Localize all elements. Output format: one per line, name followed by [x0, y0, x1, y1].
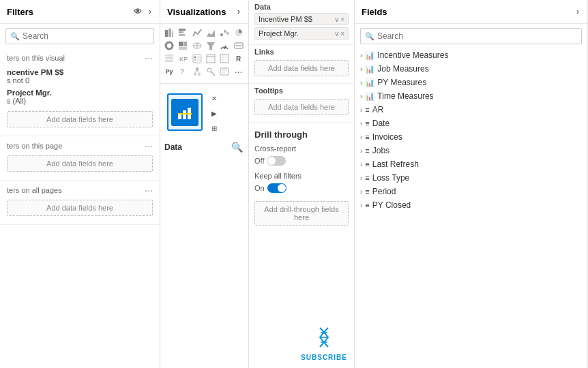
field-item-date[interactable]: › ≡ Date [355, 117, 587, 130]
build-tooltips-section: Tooltips Add data fields here [249, 84, 354, 123]
field-pill-incentive-text: Incentive PM $$ [259, 15, 334, 23]
field-pill-project-text: Project Mgr. [259, 29, 334, 37]
keep-filters-toggle[interactable]: On [254, 182, 349, 197]
fields-panel: Fields › 🔍 › 📊 Incentive Measures › 📊 Jo… [355, 0, 588, 368]
viz-icon-treemap[interactable] [177, 40, 189, 52]
viz-icon-py[interactable]: Py [163, 65, 175, 78]
section-dots-icon[interactable]: ··· [145, 52, 153, 63]
viz-icon-qna[interactable]: ? [177, 65, 189, 78]
chevron-icon2: › [360, 65, 362, 73]
tooltips-add-fields[interactable]: Add data fields here [254, 99, 349, 115]
cross-report-track[interactable] [267, 156, 286, 166]
viz-selected-area[interactable] [167, 93, 203, 131]
add-fields-all-pages[interactable]: Add data fields here [7, 200, 153, 216]
field-item-jobs[interactable]: › ≡ Jobs [355, 144, 587, 157]
drill-through-section: Drill through Cross-report Off Keep all … [249, 123, 354, 232]
viz-icon-key-influencers[interactable] [205, 65, 217, 78]
svg-text:KPI: KPI [179, 56, 188, 63]
viz-side-crosshair[interactable]: ✕ [208, 92, 220, 104]
viz-icon-r[interactable]: R [233, 52, 245, 65]
field-item-period[interactable]: › ≡ Period [355, 185, 587, 198]
filters-header: Filters 👁 › [0, 0, 160, 24]
table-icon-ar: ≡ [365, 106, 369, 114]
filter2-value: s (All) [7, 97, 153, 105]
svg-point-8 [224, 30, 226, 33]
viz-icon-more[interactable]: ··· [233, 65, 245, 78]
page-dots-icon[interactable]: ··· [145, 140, 153, 151]
viz-expand-icon[interactable]: › [236, 5, 241, 18]
viz-icon-area[interactable] [205, 27, 217, 39]
field-label-py: PY Measures [377, 78, 426, 87]
close-icon2[interactable]: × [340, 30, 344, 37]
svg-point-29 [194, 59, 196, 61]
viz-icon-pie[interactable] [233, 27, 245, 39]
all-pages-dots-icon[interactable]: ··· [145, 185, 153, 196]
field-item-time-measures[interactable]: › 📊 Time Measures [355, 89, 587, 103]
viz-side-video[interactable]: ▶ [208, 107, 220, 119]
field-item-incentive-measures[interactable]: › 📊 Incentive Measures [355, 48, 587, 62]
viz-icon-scatter[interactable] [218, 27, 231, 39]
viz-icon-bar[interactable] [177, 27, 189, 39]
filter-item-2[interactable]: Project Mgr. s (All) [7, 87, 153, 107]
field-item-loss-type[interactable]: › ≡ Loss Type [355, 171, 587, 185]
svg-point-27 [194, 57, 196, 59]
viz-icon-smart-narrative[interactable] [218, 65, 231, 78]
viz-icon-card[interactable] [233, 40, 245, 52]
viz-icon-stacked-bar[interactable] [163, 27, 175, 39]
viz-side-grid[interactable]: ⊞ [208, 122, 220, 134]
expand-icon[interactable]: › [147, 5, 153, 18]
viz-icon-table[interactable] [205, 52, 217, 65]
viz-icon-kpi[interactable]: KPI [177, 52, 189, 65]
viz-icon-gauge[interactable] [218, 40, 231, 52]
cross-report-label: Cross-report [254, 144, 296, 153]
filters-search-box: 🔍 [5, 28, 154, 44]
svg-rect-23 [165, 57, 173, 59]
fields-search-input[interactable] [377, 31, 577, 41]
svg-rect-35 [220, 55, 229, 63]
field-pill-incentive[interactable]: Incentive PM $$ ∨ × [254, 13, 349, 25]
field-pill-project[interactable]: Project Mgr. ∨ × [254, 27, 349, 40]
viz-divider [160, 83, 248, 84]
links-add-fields[interactable]: Add data fields here [254, 60, 349, 76]
field-item-job-measures[interactable]: › 📊 Job Measures [355, 62, 587, 76]
svg-rect-51 [183, 110, 186, 119]
viz-icon-line[interactable] [191, 27, 203, 39]
visualizations-panel: Visualizations › [160, 0, 249, 368]
field-pill-incentive-icons: ∨ × [334, 16, 344, 23]
table-icon-job: 📊 [365, 65, 374, 74]
svg-point-11 [166, 42, 173, 49]
viz-icon-multi-row[interactable] [163, 52, 175, 65]
svg-line-19 [224, 46, 226, 49]
add-fields-visual[interactable]: Add data fields here [7, 111, 153, 127]
eye-icon[interactable]: 👁 [132, 5, 143, 18]
svg-rect-50 [178, 114, 181, 119]
filter-item-1[interactable]: ncentive PM $$ s not 0 [7, 66, 153, 87]
fields-expand-icon[interactable]: › [575, 5, 580, 18]
svg-rect-14 [179, 47, 187, 50]
svg-point-7 [220, 33, 223, 36]
svg-line-46 [211, 72, 215, 76]
viz-icon-matrix[interactable] [218, 52, 231, 65]
field-item-py-closed[interactable]: › ≡ PY Closed [355, 198, 587, 212]
cross-report-toggle[interactable]: Off [254, 155, 349, 170]
viz-icon-slicer[interactable] [191, 52, 203, 65]
close-icon[interactable]: × [340, 16, 344, 23]
add-fields-page[interactable]: Add data fields here [7, 155, 153, 172]
viz-selected-icon [171, 99, 199, 126]
viz-search-icon[interactable]: 🔍 [230, 140, 244, 154]
viz-icon-donut[interactable] [163, 40, 175, 52]
chevron-down-icon: ∨ [334, 16, 339, 23]
filters-search-input[interactable] [23, 31, 149, 41]
viz-icon-map[interactable] [191, 40, 203, 52]
svg-rect-0 [165, 30, 168, 37]
field-item-invoices[interactable]: › ≡ Invoices [355, 130, 587, 144]
drill-add-fields[interactable]: Add drill-through fields here [254, 201, 349, 226]
field-label-loss: Loss Type [372, 173, 409, 183]
field-item-py-measures[interactable]: › 📊 PY Measures [355, 76, 587, 89]
field-item-last-refresh[interactable]: › ≡ Last Refresh [355, 157, 587, 171]
viz-icon-funnel[interactable] [205, 40, 217, 52]
svg-rect-47 [220, 68, 229, 75]
keep-filters-track[interactable] [267, 183, 286, 193]
viz-icon-decomp[interactable] [191, 65, 203, 78]
field-item-ar[interactable]: › ≡ AR [355, 103, 587, 117]
